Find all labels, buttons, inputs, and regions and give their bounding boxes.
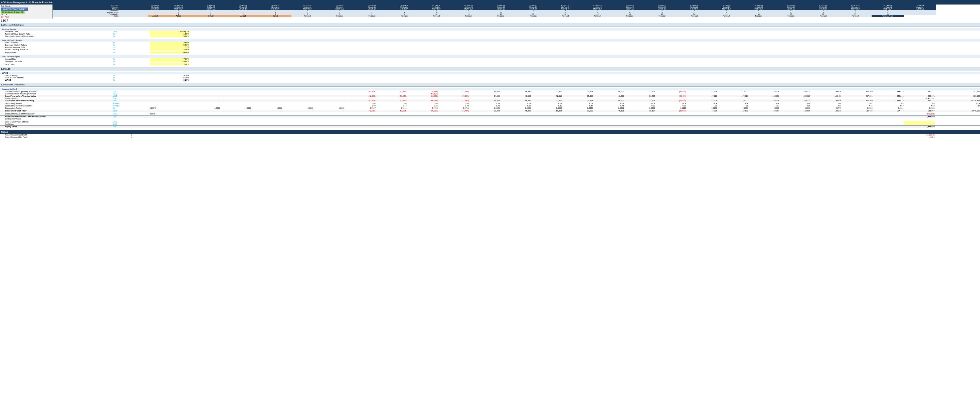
cf-op-13: 35,958 bbox=[562, 91, 593, 92]
debt-share-value[interactable]: 0.0% bbox=[150, 63, 189, 65]
less-market-debt-label: Less Market Value of Debt bbox=[0, 121, 113, 123]
cf-op-54: 175,521 bbox=[717, 91, 748, 92]
price-forward-value: 48.9 x bbox=[904, 136, 935, 138]
cost-of-equity-header-row: Cost of Equity Inputs bbox=[0, 39, 980, 41]
less-market-debt-row: Less Market Value of Debt USD bbox=[0, 121, 980, 123]
disc-period-row: Discounting Period Months 0.08 0.08 0.08… bbox=[0, 102, 980, 105]
price-forward-unit: x bbox=[131, 136, 150, 138]
tv-growth-value[interactable]: 1.50% bbox=[150, 33, 189, 35]
col-date-1: 01-Jan-24 bbox=[148, 5, 162, 6]
timeline-label: Timeline bbox=[52, 8, 118, 10]
corporate-tax-value[interactable]: 25.00% bbox=[150, 60, 189, 62]
valuation-date-value[interactable]: 31-May-24 bbox=[150, 30, 189, 33]
dlom-label: Discount for Lack of Marketability bbox=[0, 35, 113, 37]
wacc-value-row: WACC % 9.20% bbox=[0, 79, 980, 81]
spacer-row-6 bbox=[0, 65, 980, 67]
price-forward-label: Price / Forward Net Profit bbox=[0, 136, 113, 138]
corporate-tax-row: Corporate Tax Rate % 25.00% bbox=[0, 60, 980, 62]
cf-op-58: 207,160 bbox=[842, 91, 873, 92]
dlom-calc-unit: USD bbox=[113, 113, 131, 115]
valuation-date-label: Valuation Date bbox=[0, 30, 113, 33]
discount-rate-section-header: 1.1 Discount Rate Inputs bbox=[0, 23, 980, 27]
dlom-unit: % bbox=[113, 35, 131, 37]
year-index-label: Year index bbox=[52, 10, 118, 11]
terminal-value-row: Terminal Value USD 30,450,151 bbox=[0, 97, 980, 99]
equity-share-value[interactable]: 100.0% bbox=[150, 51, 189, 54]
cf-inv-8: (57,500) bbox=[407, 92, 438, 95]
tab-check-panel: Tab Check LINK TO FRONT SHEET All file c… bbox=[0, 5, 52, 19]
cf-before-tv-label: Cash Flow before Terminal Value bbox=[0, 95, 113, 97]
status-actual-2: Actual bbox=[162, 15, 195, 17]
cf-op-57: 199,456 bbox=[810, 91, 841, 92]
small-co-value[interactable]: 3.00% bbox=[150, 48, 189, 51]
link-to-front-sheet-button[interactable]: LINK TO FRONT SHEET bbox=[1, 8, 28, 11]
header-section: Tab Check LINK TO FRONT SHEET All file c… bbox=[0, 5, 980, 19]
add-cash-label: Add Cash bbox=[0, 123, 113, 126]
debt-share-label: Debt Share bbox=[0, 63, 113, 65]
cf-before-discounting-row: Cash Flow before Discounting USD - - - -… bbox=[0, 99, 980, 102]
corporate-tax-unit: % bbox=[113, 60, 131, 62]
risk-free-row: Risk-Free Rate % 3.50% bbox=[0, 41, 980, 44]
expected-market-value[interactable]: 5.00% bbox=[150, 44, 189, 46]
valuation-calc-header-row: 1.3 Valuation Calculation bbox=[0, 83, 980, 87]
equity-value-label: Equity Value bbox=[0, 125, 113, 128]
avg-beta-value[interactable]: 1.80 bbox=[150, 46, 189, 48]
tv-growth-rate-row: Terminal Value Growth Rate % 1.50% bbox=[0, 33, 980, 35]
cf-op-60: 226,171 bbox=[904, 91, 935, 92]
disc-period-cum-label: Discounting Period Cumulative bbox=[0, 105, 113, 107]
dlom-calc-row: Discount for Lack of Marketability USD 3… bbox=[0, 113, 980, 115]
all-checks-ok-badge: All file checks & alerts OK bbox=[1, 11, 24, 14]
discount-rate-header-row: 1.1 Discount Rate Inputs bbox=[0, 23, 980, 27]
dlom-value[interactable]: 3.00% bbox=[150, 35, 189, 37]
cf-before-tv-row: Cash Flow before Terminal Value USD - - … bbox=[0, 95, 980, 97]
price-current-label: Price / Current Net Profit bbox=[0, 134, 113, 136]
cf-op-55: 182,056 bbox=[748, 91, 779, 92]
equity-value-amount: 17,343,040 bbox=[904, 125, 935, 128]
add-cash-unit: USD bbox=[113, 123, 131, 126]
cf-op-tv: 131,222 bbox=[935, 91, 980, 92]
cf-before-tv-unit: USD bbox=[113, 95, 131, 97]
interest-rate-row: Interest Rate % 7.00% bbox=[0, 58, 980, 60]
avg-beta-row: Average Industry Beta no 1.80 bbox=[0, 46, 980, 48]
status-actual-3: Actual bbox=[195, 15, 227, 17]
cf-op-59: 248,815 bbox=[873, 91, 904, 92]
cf-op-15: 31,753 bbox=[624, 91, 655, 92]
price-forward-row: Price / Forward Net Profit x 48.9 x bbox=[0, 136, 980, 138]
cf-op-17: 47,729 bbox=[686, 91, 717, 92]
spacer-row-8 bbox=[0, 81, 980, 83]
wacc-label: WACC bbox=[0, 79, 113, 81]
cf-investing-row: Cash Flow from Investing Activities USD … bbox=[0, 92, 980, 95]
add-cash-row: Add Cash USD bbox=[0, 123, 980, 126]
err-label: Err bbox=[1, 16, 3, 18]
disc-period-cum-row: Discounting Period Cumulative Months 0.0… bbox=[0, 105, 980, 107]
title-bar: ABC Asset Management Ltd Financial Proje… bbox=[0, 0, 980, 5]
enterprise-value-label: (Enterprise Value) bbox=[0, 118, 113, 120]
risk-free-value[interactable]: 3.50% bbox=[150, 41, 189, 44]
expected-market-unit: % bbox=[113, 44, 131, 46]
interest-rate-value[interactable]: 7.00% bbox=[150, 58, 189, 60]
small-co-unit: % bbox=[113, 48, 131, 51]
risk-free-label: Risk-Free Rate bbox=[0, 41, 113, 44]
cf-operating-row: Cash Flow from Operating activities USD … bbox=[0, 91, 980, 92]
cf-op-7: (51,846) bbox=[375, 91, 407, 92]
ratios-header: Ratios bbox=[0, 130, 980, 134]
risk-free-unit: % bbox=[113, 41, 131, 44]
price-current-value: -11,900.2x bbox=[904, 134, 935, 136]
cf-op-11: 48,486 bbox=[500, 91, 531, 92]
estimated-dcf-label2-row: (Enterprise Value) bbox=[0, 118, 980, 120]
dcf-section-label: 1 DCF bbox=[0, 19, 980, 23]
wacc-sublabel-row: WACC bbox=[0, 72, 980, 74]
cf-op-10: 34,650 bbox=[469, 91, 500, 92]
expected-market-label: Expected Market Return bbox=[0, 44, 113, 46]
equity-share-label: Equity Share bbox=[0, 51, 113, 54]
relative-period-label: Relative period bbox=[52, 11, 118, 13]
valuation-date-row: Valuation Date Date 31-May-24 bbox=[0, 30, 980, 33]
status-label: Status bbox=[52, 15, 118, 17]
cost-of-debt-label: Cost of Debt Inputs bbox=[0, 55, 189, 58]
equity-value-row: Equity Value USD 17,343,040 bbox=[0, 125, 980, 128]
status-actual-1: Actual bbox=[148, 15, 162, 17]
wacc-cost-debt-unit: % bbox=[113, 77, 131, 79]
ratios-header-row: Ratios bbox=[0, 130, 980, 134]
interest-rate-label: Interest Rate bbox=[0, 58, 113, 60]
tv-growth-unit: % bbox=[113, 33, 131, 35]
